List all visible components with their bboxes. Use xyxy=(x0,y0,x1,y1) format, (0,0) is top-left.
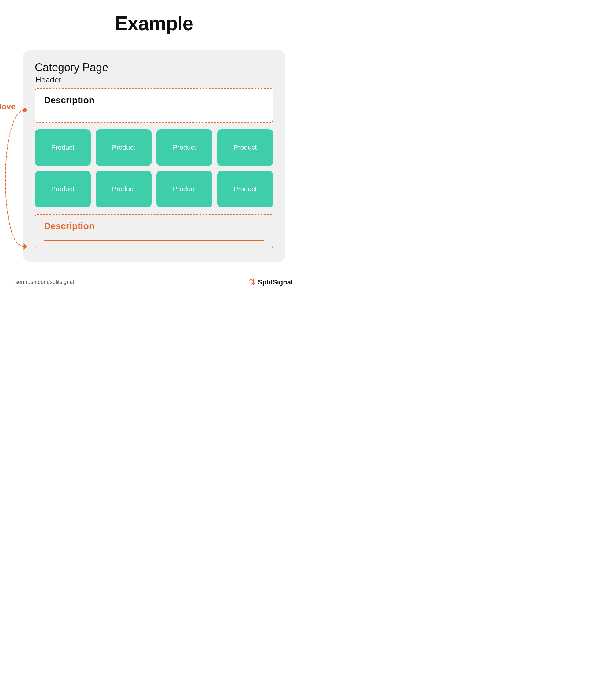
product-card-1: Product xyxy=(35,129,91,166)
product-card-5: Product xyxy=(35,171,91,208)
product-card-7: Product xyxy=(157,171,212,208)
product-card-8: Product xyxy=(217,171,273,208)
svg-point-0 xyxy=(23,108,27,112)
move-label: Move xyxy=(0,102,15,112)
bottom-description-title: Description xyxy=(44,221,264,231)
top-description-line-2 xyxy=(44,115,264,115)
product-grid: Product Product Product Product Product … xyxy=(35,129,273,208)
footer-url: semrush.com/splitsignal xyxy=(15,279,74,286)
bottom-description-box: Description xyxy=(35,214,273,248)
top-description-box: Description xyxy=(35,88,273,122)
splitsignal-icon: ⇅ xyxy=(249,277,255,287)
footer: semrush.com/splitsignal ⇅ SplitSignal xyxy=(6,271,302,287)
top-description-title: Description xyxy=(44,95,264,105)
product-card-2: Product xyxy=(96,129,151,166)
page-title: Example xyxy=(115,12,193,35)
footer-brand-name: SplitSignal xyxy=(258,278,293,286)
product-card-6: Product xyxy=(96,171,151,208)
top-description-line-1 xyxy=(44,110,264,110)
category-page-title: Category Page xyxy=(35,61,273,74)
product-card-4: Product xyxy=(217,129,273,166)
footer-brand: ⇅ SplitSignal xyxy=(249,277,293,287)
svg-marker-1 xyxy=(23,243,27,250)
header-label: Header xyxy=(35,75,273,85)
diagram-container: Move Category Page Header Description Pr… xyxy=(23,50,285,262)
bottom-description-line-1 xyxy=(44,236,264,236)
product-card-3: Product xyxy=(157,129,212,166)
bottom-description-line-2 xyxy=(44,240,264,241)
